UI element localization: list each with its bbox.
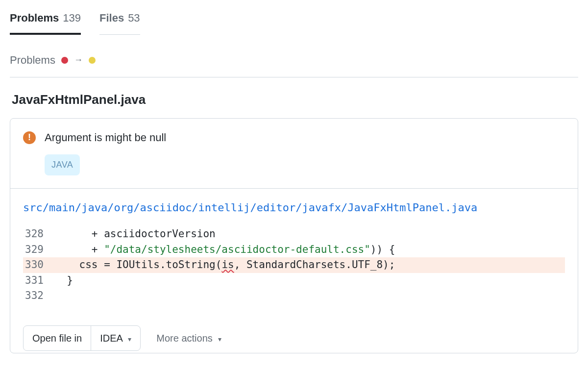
code-text: + asciidoctorVersion (54, 226, 565, 242)
card-actions: Open file in IDEA ▾ More actions ▾ (10, 317, 578, 353)
issue-card: ! Argument is might be null JAVA src/mai… (10, 118, 578, 353)
file-heading: JavaFxHtmlPanel.java (12, 90, 576, 109)
code-row: 329 + "/data/stylesheets/asciidoctor-def… (23, 242, 565, 258)
tab-problems-label: Problems (10, 10, 59, 26)
severity-to-dot (89, 57, 96, 64)
issue-header: ! Argument is might be null JAVA (10, 119, 578, 189)
line-number: 332 (23, 288, 54, 304)
tabs: Problems 139 Files 53 (10, 10, 578, 35)
chevron-down-icon: ▾ (128, 335, 131, 343)
code-text (54, 288, 565, 304)
open-file-label[interactable]: Open file in (24, 326, 91, 350)
section-header: Problems → (10, 52, 578, 77)
severity-from-dot (61, 57, 68, 64)
warning-icon: ! (23, 131, 36, 144)
line-number: 329 (23, 242, 54, 258)
code-text: css = IOUtils.toString(is, StandardChars… (54, 257, 565, 273)
open-file-target[interactable]: IDEA ▾ (91, 326, 140, 350)
code-text: + "/data/stylesheets/asciidoctor-default… (54, 242, 565, 258)
section-title: Problems (10, 52, 55, 68)
code-text: } (54, 273, 565, 289)
error-squiggle: is (221, 259, 234, 271)
tab-problems[interactable]: Problems 139 (10, 10, 81, 35)
code-row: 328 + asciidoctorVersion (23, 226, 565, 242)
language-tag: JAVA (45, 154, 80, 175)
open-file-button[interactable]: Open file in IDEA ▾ (23, 325, 141, 351)
file-path-link[interactable]: src/main/java/org/asciidoc/intellij/edit… (23, 199, 565, 216)
arrow-right-icon: → (74, 53, 83, 67)
tab-files[interactable]: Files 53 (99, 10, 140, 35)
code-block: src/main/java/org/asciidoc/intellij/edit… (10, 189, 578, 317)
issue-message: Argument is might be null (45, 129, 166, 146)
line-number: 331 (23, 273, 54, 289)
line-number: 328 (23, 226, 54, 242)
code-row: 332 (23, 288, 565, 304)
code-lines: 328 + asciidoctorVersion 329 + "/data/st… (23, 226, 565, 304)
code-row-highlighted: 330 css = IOUtils.toString(is, StandardC… (23, 257, 565, 273)
chevron-down-icon: ▾ (218, 335, 221, 343)
line-number: 330 (23, 257, 54, 273)
tab-files-count: 53 (128, 10, 140, 26)
code-row: 331 } (23, 273, 565, 289)
tab-files-label: Files (99, 10, 124, 26)
more-actions-button[interactable]: More actions ▾ (156, 331, 221, 346)
tab-problems-count: 139 (63, 10, 81, 26)
